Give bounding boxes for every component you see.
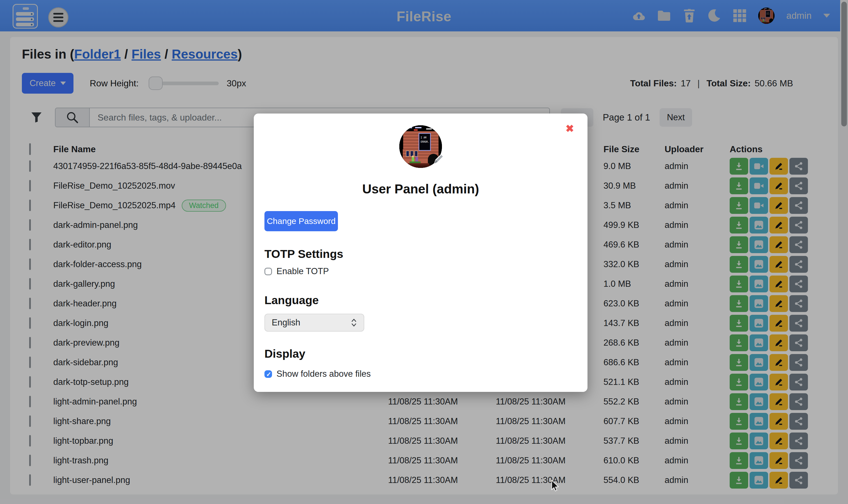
enable-totp-row: ✓ Enable TOTP — [264, 266, 577, 276]
language-value: English — [272, 318, 300, 328]
mouse-cursor — [550, 480, 560, 492]
language-heading: Language — [264, 294, 577, 307]
language-select[interactable]: English — [264, 314, 364, 331]
select-chevrons-icon — [351, 318, 357, 327]
show-folders-row: ✓ Show folders above files — [264, 369, 577, 379]
close-icon[interactable]: ✖ — [566, 124, 574, 134]
change-password-button[interactable]: Change Password — [264, 211, 338, 231]
enable-totp-checkbox[interactable]: ✓ — [264, 268, 272, 275]
filerise-app: FileRise — [0, 0, 848, 504]
user-panel-modal: ✖ User Panel (admin) Change Password TOT… — [254, 113, 587, 392]
show-folders-checkbox[interactable]: ✓ — [264, 370, 272, 378]
enable-totp-label: Enable TOTP — [277, 266, 329, 276]
totp-settings-heading: TOTP Settings — [264, 248, 577, 261]
modal-title: User Panel (admin) — [264, 181, 577, 197]
avatar-edit-pencil-icon[interactable] — [432, 152, 445, 166]
display-heading: Display — [264, 347, 577, 360]
show-folders-label: Show folders above files — [277, 369, 371, 379]
avatar-wrap — [399, 125, 442, 168]
